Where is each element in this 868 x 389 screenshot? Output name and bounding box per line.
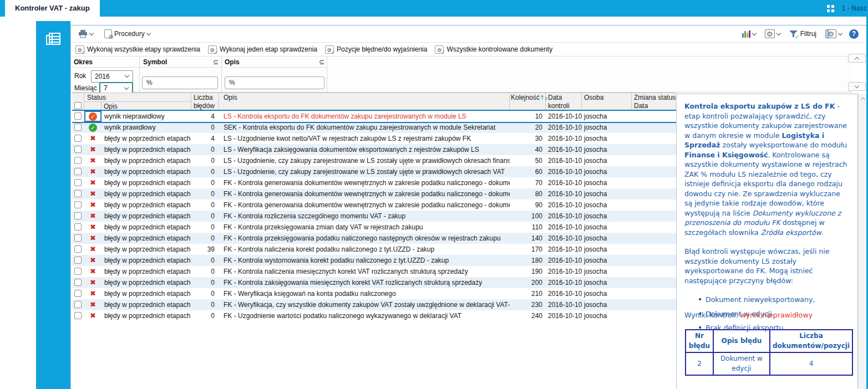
top-bar: Kontroler VAT - zakup 1 - Nasz — [0, 0, 868, 17]
action-button[interactable]: ⚙✓Wykonaj jeden etap sprawdzenia — [208, 45, 317, 54]
control-date: 2016-10-10 — [546, 144, 582, 155]
status-icon-cell: ✖ — [84, 144, 101, 155]
header-opis[interactable]: Opis — [219, 93, 510, 110]
table-row[interactable]: ✖błędy w poprzednich etapach4LS - Uzgodn… — [72, 133, 676, 144]
table-row[interactable]: ✖błędy w poprzednich etapach0FK - Uzgodn… — [72, 310, 676, 321]
action-button[interactable]: ⚙✓Wykonaj wszystkie etapy sprawdzenia — [75, 45, 200, 54]
subset-operator-icon[interactable]: ⊆ — [319, 58, 324, 66]
header-osoba[interactable]: Osoba — [582, 93, 632, 110]
toolbar-actions: ⚙✓Wykonaj wszystkie etapy sprawdzenia⚙✓W… — [71, 43, 866, 57]
filtruj-button[interactable]: ✓ Filtruj — [788, 29, 818, 39]
table-row[interactable]: ✖błędy w poprzednich etapach0FK - Kontro… — [72, 199, 676, 211]
row-checkbox[interactable] — [74, 157, 82, 164]
select-all-checkbox[interactable] — [74, 102, 82, 109]
row-checkbox[interactable] — [74, 146, 82, 153]
scroll-up-button[interactable] — [859, 94, 867, 104]
table-row[interactable]: ✖błędy w poprzednich etapach39FK - Kontr… — [72, 244, 676, 255]
row-checkbox[interactable] — [74, 290, 82, 297]
error-table-header: Opis błędu — [713, 330, 770, 352]
toolbar-primary: ⚙ Procedury ⚙ — [71, 25, 866, 43]
status-description: błędy w poprzednich etapach — [101, 244, 191, 255]
table-row[interactable]: ✖błędy w poprzednich etapach0FK - Kontro… — [72, 266, 676, 277]
table-body: ✓wynik nieprawidłowy4LS - Kontrola ekspo… — [72, 111, 676, 321]
row-checkbox[interactable] — [74, 312, 82, 319]
table-row[interactable]: ✓wynik prawidłowy0SEK - Kontrola eksport… — [72, 122, 676, 133]
action-button[interactable]: ⚙✓Wszystkie kontrolowane dokumenty — [435, 45, 552, 54]
table-row[interactable]: ✓wynik nieprawidłowy4LS - Kontrola ekspo… — [72, 111, 676, 122]
row-checkbox[interactable] — [74, 124, 82, 131]
row-checkbox[interactable] — [74, 179, 82, 186]
settings-button[interactable]: ⚙ — [763, 28, 782, 39]
row-checkbox[interactable] — [74, 257, 82, 264]
procedury-menu[interactable]: ⚙ Procedury — [103, 28, 152, 39]
failed-cross-icon: ✖ — [90, 177, 96, 188]
table-row[interactable]: ✖błędy w poprzednich etapach0FK - Kontro… — [72, 177, 676, 188]
row-checkbox[interactable] — [74, 135, 82, 142]
table-row[interactable]: ✖błędy w poprzednich etapach0FK - Kontro… — [72, 255, 676, 266]
order-value: 110 — [510, 222, 546, 233]
order-value: 180 — [510, 255, 546, 266]
row-checkbox[interactable] — [74, 301, 82, 308]
header-status[interactable]: Status Opis — [84, 93, 191, 110]
grid-settings-button[interactable]: ⚙ — [824, 28, 844, 39]
row-checkbox[interactable] — [74, 190, 82, 197]
header-liczba-bledow[interactable]: Liczba błędów — [191, 93, 219, 110]
table-row[interactable]: ✖błędy w poprzednich etapach0FK - Kontro… — [72, 222, 676, 233]
table-row[interactable]: ✖błędy w poprzednich etapach0LS - Uzgodn… — [72, 155, 676, 166]
person-value: josocha — [582, 233, 632, 244]
status-description: wynik prawidłowy — [101, 122, 191, 133]
row-checkbox[interactable] — [74, 279, 82, 286]
grid-gear-icon: ⚙ — [825, 29, 836, 38]
collapse-filter-down-button[interactable] — [848, 82, 866, 91]
table-row[interactable]: ✖błędy w poprzednich etapach0FK - Weryfi… — [72, 299, 676, 310]
status-icon-cell: ✖ — [84, 211, 101, 222]
person-value: josocha — [582, 155, 632, 166]
row-checkbox[interactable] — [74, 245, 82, 253]
main-panel: ⚙ Procedury ⚙ — [70, 25, 866, 389]
status-description: błędy w poprzednich etapach — [101, 211, 191, 222]
company-selector[interactable]: 1 - Nasz — [842, 4, 867, 12]
table-row[interactable]: ✖błędy w poprzednich etapach0FK - Kontro… — [72, 211, 676, 222]
order-value: 240 — [510, 310, 546, 321]
action-button[interactable]: ⚙✓Pozycje błędne/do wyjaśnienia — [325, 45, 427, 54]
failed-cross-icon: ✖ — [90, 222, 96, 233]
tab-kontroler-vat-zakup[interactable]: Kontroler VAT - zakup — [5, 0, 100, 17]
opis-column-label: Opis — [225, 58, 240, 66]
table-row[interactable]: ✖błędy w poprzednich etapach0FK - Weryfi… — [72, 288, 676, 299]
header-data-kontroli[interactable]: Data kontroli — [546, 93, 582, 110]
table-row[interactable]: ✖błędy w poprzednich etapach0FK - Kontro… — [72, 277, 676, 288]
table-row[interactable]: ✖błędy w poprzednich etapach0FK - Kontro… — [72, 233, 676, 244]
help-scrollbar[interactable] — [858, 94, 866, 389]
ok-check-icon: ✓ — [89, 124, 97, 132]
print-button[interactable] — [77, 29, 95, 39]
row-checkbox[interactable] — [74, 168, 82, 175]
error-table-cell: Dokument w edycji — [713, 352, 770, 375]
row-checkbox[interactable] — [74, 201, 82, 208]
header-kolejnosc[interactable]: Kolejność↑₂ — [510, 93, 546, 110]
subset-operator-icon[interactable]: ⊆ — [213, 58, 219, 66]
row-checkbox[interactable] — [74, 223, 82, 231]
error-table-header: Nr błędu — [686, 330, 713, 352]
row-checkbox[interactable] — [74, 212, 82, 219]
header-zmiana-statusu[interactable]: Zmiana statusu Data — [632, 93, 676, 110]
rok-select[interactable]: 2016 — [91, 70, 133, 83]
control-date: 2016-10-10 — [546, 133, 582, 144]
chart-view-button[interactable] — [740, 29, 758, 39]
control-description: FK - Weryfikacja księgowań na konta poda… — [219, 288, 510, 299]
grid-module-icon[interactable] — [45, 32, 61, 50]
collapse-filter-up-button[interactable] — [848, 54, 866, 63]
filter-panel: Okres Symbol ⊆ Opis ⊆ Rok 2016 Miesiąc 7… — [71, 57, 852, 93]
help-button[interactable]: ? — [849, 29, 859, 39]
row-checkbox[interactable] — [74, 112, 82, 120]
status-icon-cell: ✖ — [84, 266, 101, 277]
row-checkbox[interactable] — [74, 268, 82, 275]
apps-grid-icon[interactable] — [827, 5, 834, 12]
row-checkbox-cell — [72, 288, 84, 299]
row-checkbox[interactable] — [74, 234, 82, 242]
opis-filter-input[interactable]: % — [225, 76, 324, 89]
table-row[interactable]: ✖błędy w poprzednich etapach0LS - Uzgodn… — [72, 166, 676, 177]
table-row[interactable]: ✖błędy w poprzednich etapach0LS - Weryfi… — [72, 144, 676, 155]
symbol-filter-input[interactable]: % — [142, 76, 218, 89]
bar-chart-icon — [742, 30, 750, 38]
table-row[interactable]: ✖błędy w poprzednich etapach0FK - Kontro… — [72, 188, 676, 199]
